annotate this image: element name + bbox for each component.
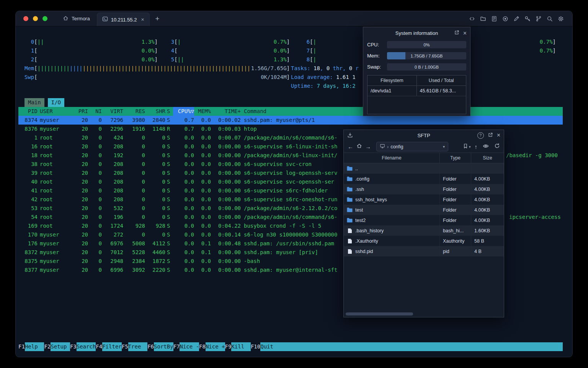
show-hidden-eye-icon[interactable] xyxy=(483,143,489,151)
process-row-8374[interactable]: 8374myuser200729639802840S0.70.00:00.02s… xyxy=(18,116,563,125)
column-header-size[interactable]: Size xyxy=(471,153,504,163)
traffic-lights xyxy=(16,16,56,21)
file-icon xyxy=(347,249,353,254)
fkey-label-F8[interactable]: Nice + xyxy=(206,342,225,351)
address-bar[interactable]: › config ▾ xyxy=(376,142,448,151)
tab-io[interactable]: I/O xyxy=(48,98,64,107)
zoom-window-button[interactable] xyxy=(42,16,47,21)
swap-progress-bar: 0 B / 1.00GB xyxy=(387,63,466,71)
fkey-F3[interactable]: F3 xyxy=(70,342,77,351)
horizontal-scrollbar[interactable] xyxy=(345,312,503,315)
fkey-F1[interactable]: F1 xyxy=(18,342,25,351)
bookmark-button[interactable]: ▾ xyxy=(463,143,471,150)
fkey-F9[interactable]: F9 xyxy=(225,342,232,351)
open-in-window-icon[interactable] xyxy=(488,132,493,139)
fkey-F7[interactable]: F7 xyxy=(173,342,180,351)
column-header-pri[interactable]: PRI xyxy=(68,107,88,116)
back-icon[interactable]: ← xyxy=(348,144,353,150)
htop-screen-tabs: Main I/O xyxy=(24,98,64,107)
close-window-button[interactable] xyxy=(23,16,28,21)
record-icon[interactable] xyxy=(502,16,508,22)
log-icon[interactable] xyxy=(491,16,497,22)
search-icon[interactable] xyxy=(547,16,553,22)
sftp-row-.bash_history[interactable]: .bash_historybash_hi...1.60KB xyxy=(344,225,504,236)
sftp-row-..[interactable]: .. xyxy=(344,163,504,174)
transfers-download-icon[interactable] xyxy=(347,132,353,139)
sftp-row-.config[interactable]: .configFolder4.00KB xyxy=(344,174,504,184)
file-size-cell: 4 B xyxy=(471,246,504,256)
fkey-label-F6[interactable]: SortBy xyxy=(154,342,173,351)
code-icon[interactable] xyxy=(469,16,475,22)
sftp-row-.Xauthority[interactable]: .XauthorityXauthority58 B xyxy=(344,236,504,246)
scrollbar-thumb[interactable] xyxy=(346,312,413,315)
tab-home[interactable]: Termora xyxy=(56,11,97,26)
column-header-used-total: Used / Total xyxy=(417,76,466,85)
cpu-label: CPU: xyxy=(367,42,384,48)
column-header-cpu[interactable]: CPU%▽ xyxy=(173,107,194,116)
file-type-cell: Folder xyxy=(440,184,471,194)
close-tab-icon[interactable]: × xyxy=(141,17,144,22)
tab-main[interactable]: Main xyxy=(24,98,44,107)
column-header-virt[interactable]: VIRT xyxy=(102,107,123,116)
column-header-time+[interactable]: TIME+ xyxy=(211,107,241,116)
sftp-row-test[interactable]: testFolder4.00KB xyxy=(344,205,504,215)
column-header-res[interactable]: RES xyxy=(123,107,145,116)
tab-active-session[interactable]: 10.211.55.2 × xyxy=(97,13,150,26)
column-header-s[interactable]: S xyxy=(165,107,173,116)
file-name-cell: .bash_history xyxy=(344,225,440,236)
column-header-pid[interactable]: PID xyxy=(18,107,38,116)
function-bar-filler xyxy=(273,342,563,351)
sftp-row-test2[interactable]: test2Folder4.00KB xyxy=(344,215,504,225)
fkey-F5[interactable]: F5 xyxy=(122,342,128,351)
edit-icon[interactable] xyxy=(513,16,519,22)
fkey-label-F10[interactable]: Quit xyxy=(260,342,273,351)
folder-icon[interactable] xyxy=(480,16,486,22)
fkey-label-F4[interactable]: Filter xyxy=(102,342,122,351)
key-icon[interactable] xyxy=(524,16,531,22)
new-tab-button[interactable]: + xyxy=(155,15,160,22)
fkey-label-F1[interactable]: Help xyxy=(25,342,44,351)
help-icon[interactable]: ? xyxy=(477,132,484,139)
fkey-label-F7[interactable]: Nice - xyxy=(180,342,199,351)
refresh-icon[interactable] xyxy=(494,143,500,150)
chevron-down-icon[interactable]: ▾ xyxy=(443,145,445,149)
column-header-shr[interactable]: SHR xyxy=(145,107,165,116)
fkey-label-F5[interactable]: Tree xyxy=(128,342,148,351)
close-panel-icon[interactable]: × xyxy=(497,132,500,138)
forward-icon[interactable]: → xyxy=(365,144,371,150)
sftp-row-ssh_host_keys[interactable]: ssh_host_keysFolder4.00KB xyxy=(344,194,504,205)
fkey-label-F3[interactable]: Search xyxy=(77,342,96,351)
fkey-F8[interactable]: F8 xyxy=(199,342,206,351)
column-header-mem[interactable]: MEM% xyxy=(194,107,211,116)
fkey-F6[interactable]: F6 xyxy=(147,342,154,351)
fkey-label-F2[interactable]: Setup xyxy=(51,342,70,351)
fkey-F2[interactable]: F2 xyxy=(44,342,51,351)
filesystem-table: Filesystem Used / Total /dev/vda145.61GB… xyxy=(367,75,466,114)
column-header-ni[interactable]: NI xyxy=(88,107,102,116)
settings-icon[interactable] xyxy=(558,16,564,22)
filesystem-table-header: Filesystem Used / Total xyxy=(368,76,466,86)
panel-title: SFTP xyxy=(417,133,430,138)
column-header-user[interactable]: USER xyxy=(38,107,68,116)
home-icon[interactable] xyxy=(356,143,362,150)
file-size-cell: 4.00KB xyxy=(471,174,504,184)
fkey-F10[interactable]: F10 xyxy=(251,342,260,351)
breadcrumb-path[interactable]: config xyxy=(390,144,403,150)
sftp-row-sshd.pid[interactable]: sshd.pidpid4 B xyxy=(344,246,504,256)
fkey-F4[interactable]: F4 xyxy=(96,342,102,351)
mem-label: Mem: xyxy=(367,53,384,59)
close-panel-icon[interactable]: × xyxy=(463,30,467,36)
load-average: Load average: 1.61 1 xyxy=(291,73,356,82)
sftp-file-list: ...configFolder4.00KB.sshFolder4.00KBssh… xyxy=(344,163,504,256)
folder-icon xyxy=(347,166,353,171)
minimize-window-button[interactable] xyxy=(33,16,38,21)
parent-directory-icon[interactable]: ↑ xyxy=(475,144,478,150)
mem-progress-text: 1.75GB / 7.65GB xyxy=(387,52,466,59)
sftp-row-.ssh[interactable]: .sshFolder4.00KB xyxy=(344,184,504,194)
column-header-type[interactable]: Type xyxy=(440,153,471,163)
open-in-window-icon[interactable] xyxy=(454,30,459,36)
branch-icon[interactable] xyxy=(536,16,542,22)
sftp-toolbar-right: ↑ xyxy=(475,143,500,151)
fkey-label-F9[interactable]: Kill xyxy=(231,342,251,351)
column-header-filename[interactable]: Filename xyxy=(344,153,440,163)
